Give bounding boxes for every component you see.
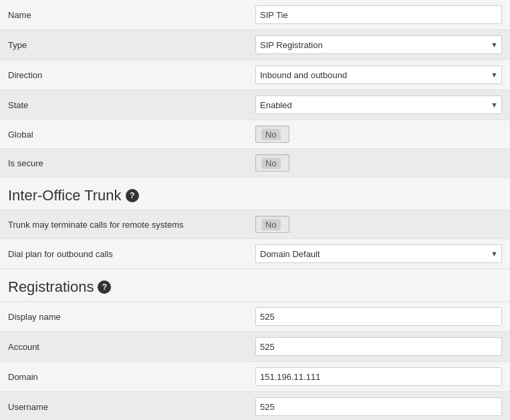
direction-select-wrapper: Inbound and outbound Inbound only Outbou… [255,65,502,84]
account-input[interactable] [255,337,502,356]
username-label: Username [8,402,255,412]
form-container: Name Type SIP Registration SIP Trunk PST… [0,0,510,420]
dial-plan-select-wrapper: Domain Default None ▼ [255,244,502,263]
direction-label: Direction [8,70,255,80]
state-label: State [8,100,255,110]
name-row: Name [0,0,510,30]
display-name-row: Display name [0,302,510,332]
global-row: Global No [0,120,510,149]
dial-plan-row: Dial plan for outbound calls Domain Defa… [0,239,510,269]
state-select[interactable]: Enabled Disabled [255,95,502,114]
trunk-no-side: No [261,219,281,230]
domain-input[interactable] [255,367,502,386]
display-name-label: Display name [8,312,255,322]
state-select-wrapper: Enabled Disabled ▼ [255,95,502,114]
is-secure-row: Is secure No [0,149,510,178]
display-name-input[interactable] [255,307,502,326]
type-select-wrapper: SIP Registration SIP Trunk PSTN ▼ [255,35,502,54]
account-label: Account [8,342,255,352]
name-label: Name [8,10,255,20]
registrations-title: Registrations ? [8,278,502,296]
trunk-terminate-toggle[interactable]: No [255,216,289,233]
name-input[interactable] [255,5,502,24]
registrations-section-header: Registrations ? [0,269,510,302]
account-row: Account [0,332,510,362]
type-label: Type [8,40,255,50]
trunk-terminate-label: Trunk may terminate calls for remote sys… [8,220,255,230]
state-row: State Enabled Disabled ▼ [0,90,510,120]
username-row: Username [0,392,510,420]
global-toggle[interactable]: No [255,126,289,143]
username-input[interactable] [255,397,502,416]
direction-row: Direction Inbound and outbound Inbound o… [0,60,510,90]
inter-office-section-header: Inter-Office Trunk ? [0,178,510,210]
domain-label: Domain [8,372,255,382]
is-secure-toggle[interactable]: No [255,154,289,172]
dial-plan-label: Dial plan for outbound calls [8,249,255,259]
type-row: Type SIP Registration SIP Trunk PSTN ▼ [0,30,510,60]
is-secure-no-side: No [261,158,281,169]
is-secure-label: Is secure [8,158,255,168]
inter-office-title: Inter-Office Trunk ? [8,187,502,204]
inter-office-help-icon[interactable]: ? [126,189,139,202]
trunk-terminate-row: Trunk may terminate calls for remote sys… [0,210,510,239]
domain-row: Domain [0,362,510,392]
direction-select[interactable]: Inbound and outbound Inbound only Outbou… [255,65,502,84]
registrations-help-icon[interactable]: ? [98,280,111,294]
global-no-side: No [261,129,281,140]
dial-plan-select[interactable]: Domain Default None [255,244,502,263]
global-label: Global [8,130,255,140]
type-select[interactable]: SIP Registration SIP Trunk PSTN [255,35,502,54]
